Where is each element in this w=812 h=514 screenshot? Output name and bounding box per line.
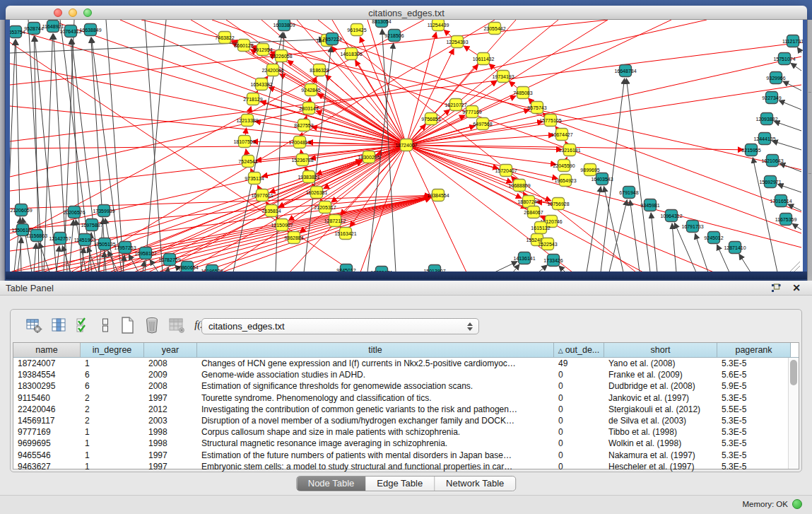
network-node[interactable]: 10835671 bbox=[370, 267, 392, 272]
tab-edge-table[interactable]: Edge Table bbox=[365, 477, 434, 491]
network-node[interactable]: 9245012 bbox=[704, 232, 723, 244]
network-node[interactable]: 7485083 bbox=[513, 87, 532, 99]
new-table-icon[interactable] bbox=[118, 316, 136, 334]
network-node[interactable]: 9345981 bbox=[640, 199, 659, 211]
column-header-title[interactable]: title bbox=[197, 343, 554, 357]
network-node[interactable]: 14136141 bbox=[513, 252, 535, 264]
network-node[interactable]: 22045590 bbox=[553, 160, 575, 172]
network-node[interactable]: 9777169 bbox=[462, 106, 481, 118]
table-cell: Dudbridge et al. (2008) bbox=[604, 380, 717, 392]
network-node[interactable]: 17957253 bbox=[114, 242, 136, 254]
network-node[interactable]: 16791733 bbox=[681, 221, 703, 233]
column-header-in_degree[interactable]: in_degree bbox=[81, 343, 144, 357]
network-node[interactable]: 8186328 bbox=[310, 64, 329, 76]
network-node[interactable]: 8653754 bbox=[10, 26, 25, 38]
table-row[interactable]: 1456911722003Disruption of a novel membe… bbox=[13, 415, 799, 426]
network-node[interactable]: 12444135 bbox=[753, 133, 775, 145]
network-node[interactable]: 6497568 bbox=[473, 118, 492, 130]
column-header-pagerank[interactable]: pagerank bbox=[717, 343, 791, 357]
table-row[interactable]: 2242004622012Investigating the contribut… bbox=[13, 404, 799, 415]
network-node[interactable]: 15751074 bbox=[773, 53, 795, 65]
network-node[interactable]: 9845012 bbox=[336, 264, 355, 272]
left-panel-edge[interactable] bbox=[0, 20, 5, 281]
network-node[interactable]: 9862884 bbox=[284, 232, 303, 244]
window-titlebar[interactable]: citations_edges.txt bbox=[6, 6, 807, 20]
table-row[interactable]: 1830029562008Estimation of significance … bbox=[13, 380, 799, 392]
network-node[interactable]: 16975887 bbox=[81, 219, 102, 231]
network-node[interactable]: 15163421 bbox=[334, 228, 356, 240]
network-node[interactable]: 9619425 bbox=[347, 24, 366, 36]
network-node[interactable]: 19383821 bbox=[298, 171, 319, 183]
close-panel-icon[interactable]: ✕ bbox=[792, 282, 801, 293]
scrollbar-thumb[interactable] bbox=[790, 360, 797, 385]
select-columns-icon[interactable] bbox=[49, 316, 68, 334]
network-node[interactable]: 21205317 bbox=[314, 201, 336, 214]
network-node[interactable]: 14618306 bbox=[340, 48, 362, 60]
network-node[interactable]: 8215955 bbox=[741, 144, 760, 156]
network-node[interactable]: 11121731 bbox=[782, 35, 803, 47]
network-node[interactable]: 6791948 bbox=[619, 187, 638, 199]
network-node[interactable]: 11451963 bbox=[74, 234, 96, 246]
network-node[interactable]: 9227349 bbox=[762, 92, 781, 104]
network-node[interactable]: 9329966 bbox=[766, 72, 785, 84]
tab-network-table[interactable]: Network Table bbox=[434, 477, 515, 491]
column-header-out_de[interactable]: △out_de... bbox=[554, 343, 604, 357]
float-panel-icon[interactable] bbox=[771, 284, 781, 293]
network-node[interactable]: 21206059 bbox=[10, 204, 32, 216]
network-node[interactable]: 2718129 bbox=[243, 93, 262, 105]
network-node[interactable]: 10688809 bbox=[508, 180, 530, 192]
network-node[interactable]: 16033809 bbox=[273, 20, 295, 31]
column-header-short[interactable]: short bbox=[604, 343, 717, 357]
network-node[interactable]: 19756928 bbox=[547, 198, 569, 210]
network-node[interactable]: 17004813 bbox=[288, 136, 310, 148]
table-row[interactable]: 1938455462009Genome-wide association stu… bbox=[13, 369, 799, 380]
network-node[interactable]: 19384554 bbox=[427, 189, 449, 201]
table-scrollbar[interactable] bbox=[788, 358, 799, 469]
network-node[interactable]: 2803144 bbox=[299, 103, 318, 115]
network-node[interactable]: 9528744 bbox=[24, 23, 43, 35]
network-node[interactable]: 15720407 bbox=[495, 165, 517, 177]
table-row[interactable]: 969969511998Structural magnetic resonanc… bbox=[13, 438, 799, 449]
table-selector-dropdown[interactable]: citations_edges.txt bbox=[201, 318, 479, 334]
network-node[interactable]: 15236788 bbox=[291, 154, 313, 166]
network-node[interactable]: 12142757 bbox=[49, 233, 71, 245]
network-node[interactable]: 12213389 bbox=[236, 115, 258, 127]
network-node[interactable]: 23226058 bbox=[270, 50, 292, 62]
column-header-name[interactable]: name bbox=[13, 343, 81, 357]
network-node[interactable]: 18107553 bbox=[233, 136, 255, 148]
network-node[interactable]: 9735134 bbox=[245, 173, 264, 185]
network-node[interactable]: 16977601 bbox=[251, 189, 273, 201]
delete-table-icon[interactable] bbox=[143, 316, 161, 334]
network-node[interactable]: 10674427 bbox=[551, 129, 572, 141]
network-node[interactable]: 12093882 bbox=[755, 113, 777, 125]
network-node[interactable]: 15692971 bbox=[759, 176, 781, 188]
row-height-icon[interactable] bbox=[99, 316, 112, 334]
select-rows-icon[interactable] bbox=[74, 316, 93, 334]
table-settings-icon[interactable] bbox=[25, 316, 43, 334]
table-row[interactable]: 1872400712008Changes of HCN gene express… bbox=[13, 358, 799, 369]
table-row[interactable]: 946554611997Estimation of the future num… bbox=[13, 450, 799, 461]
canvas-resize-grip[interactable] bbox=[790, 262, 800, 271]
network-node[interactable]: 12871410 bbox=[724, 242, 746, 254]
network-node[interactable]: 11254439 bbox=[428, 20, 449, 31]
table-row[interactable]: 977716911998Corpus callosum shape and si… bbox=[13, 426, 799, 438]
network-node[interactable]: 11675359 bbox=[775, 214, 797, 226]
network-node[interactable]: 17016514 bbox=[770, 195, 792, 207]
node-label: 18300295 bbox=[358, 155, 379, 160]
column-header-year[interactable]: year bbox=[144, 343, 197, 357]
network-node[interactable]: 16648784 bbox=[614, 65, 636, 77]
network-node[interactable]: 10611432 bbox=[473, 53, 495, 65]
tab-node-table[interactable]: Node Table bbox=[297, 477, 366, 491]
network-node[interactable]: 17359939 bbox=[93, 205, 114, 217]
network-node[interactable]: 16543382 bbox=[250, 78, 272, 90]
right-panel-edge[interactable] bbox=[807, 20, 812, 281]
network-node[interactable]: 15013907 bbox=[423, 265, 445, 272]
network-node[interactable]: 1733426 bbox=[543, 255, 563, 267]
network-node[interactable]: 13216181 bbox=[558, 144, 580, 156]
network-canvas[interactable]: 1872400774638228660128591295423226058224… bbox=[10, 20, 803, 271]
table-row[interactable]: 946362711997Embryonic stem cells: a mode… bbox=[13, 461, 799, 472]
memory-ok-indicator[interactable] bbox=[792, 499, 802, 509]
network-node[interactable]: 16638849 bbox=[79, 24, 101, 36]
table-row[interactable]: 911546021997Tourette syndrome. Phenomeno… bbox=[13, 392, 799, 404]
network-node[interactable]: 8813054 bbox=[372, 20, 391, 28]
